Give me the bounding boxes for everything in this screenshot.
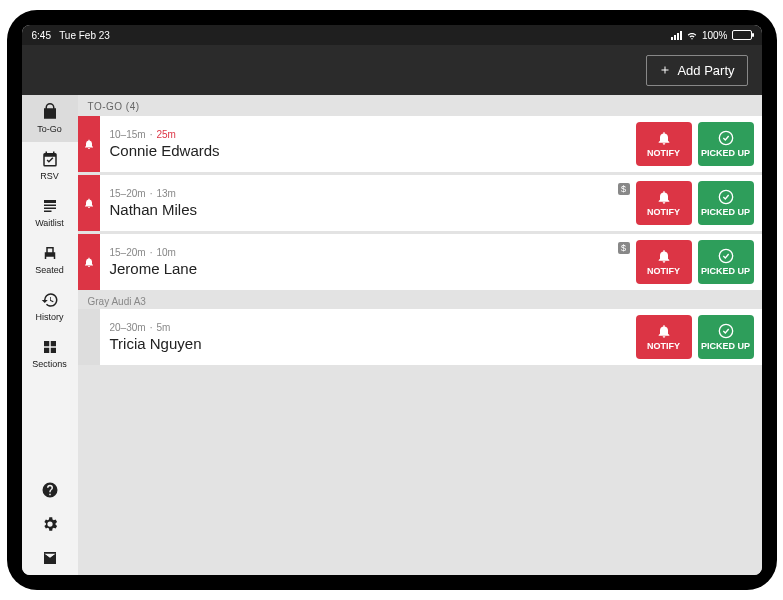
bell-icon bbox=[656, 189, 672, 205]
add-party-label: Add Party bbox=[677, 63, 734, 78]
sidebar-item-sections[interactable]: Sections bbox=[22, 330, 78, 377]
check-icon bbox=[718, 248, 734, 264]
check-icon bbox=[718, 130, 734, 146]
quote-time: 15–20m bbox=[110, 247, 146, 258]
list-section-header: TO-GO (4) bbox=[78, 95, 762, 116]
svg-point-0 bbox=[719, 131, 732, 144]
sidebar-item-label: RSV bbox=[40, 171, 59, 181]
guest-name: Jerome Lane bbox=[110, 260, 626, 277]
signal-icon bbox=[671, 30, 682, 40]
notify-button[interactable]: NOTIFY bbox=[636, 181, 692, 225]
wait-time: 25m bbox=[156, 129, 175, 140]
sidebar-item-label: History bbox=[35, 312, 63, 322]
list-row[interactable]: 20–30m·5mTricia NguyenNOTIFYPICKED UP bbox=[78, 309, 762, 365]
row-actions: NOTIFYPICKED UP bbox=[636, 309, 762, 365]
sidebar-item-waitlist[interactable]: Waitlist bbox=[22, 189, 78, 236]
separator: · bbox=[150, 188, 153, 199]
screen: 6:45 Tue Feb 23 100% Add Party bbox=[22, 25, 762, 575]
notify-button[interactable]: NOTIFY bbox=[636, 122, 692, 166]
picked-up-label: PICKED UP bbox=[701, 207, 750, 217]
bell-indicator bbox=[78, 234, 100, 290]
svg-point-2 bbox=[719, 249, 732, 262]
bell-icon bbox=[656, 248, 672, 264]
picked-up-button[interactable]: PICKED UP bbox=[698, 181, 754, 225]
mail-button[interactable] bbox=[41, 549, 59, 567]
guest-name: Tricia Nguyen bbox=[110, 335, 626, 352]
notify-label: NOTIFY bbox=[647, 341, 680, 351]
sidebar: To-Go RSV Waitlist bbox=[22, 95, 78, 575]
picked-up-button[interactable]: PICKED UP bbox=[698, 240, 754, 284]
bag-icon bbox=[41, 103, 59, 121]
row-body: 15–20m·10mJerome Lane$ bbox=[100, 234, 636, 290]
list-row[interactable]: 15–20m·13mNathan Miles$NOTIFYPICKED UP bbox=[78, 175, 762, 231]
status-bar: 6:45 Tue Feb 23 100% bbox=[22, 25, 762, 45]
blank-indicator bbox=[78, 309, 100, 365]
status-battery-pct: 100% bbox=[702, 30, 728, 41]
row-meta: 15–20m·13m bbox=[110, 188, 626, 199]
list-row[interactable]: 15–20m·10mJerome Lane$NOTIFYPICKED UP bbox=[78, 234, 762, 290]
row-actions: NOTIFYPICKED UP bbox=[636, 234, 762, 290]
svg-point-1 bbox=[719, 190, 732, 203]
wifi-icon bbox=[686, 29, 698, 41]
row-actions: NOTIFYPICKED UP bbox=[636, 116, 762, 172]
picked-up-label: PICKED UP bbox=[701, 266, 750, 276]
sidebar-item-seated[interactable]: Seated bbox=[22, 236, 78, 283]
bell-icon bbox=[656, 130, 672, 146]
row-meta: 10–15m·25m bbox=[110, 129, 626, 140]
main-list: TO-GO (4) 10–15m·25mConnie EdwardsNOTIFY… bbox=[78, 95, 762, 575]
wait-time: 10m bbox=[156, 247, 175, 258]
status-date: Tue Feb 23 bbox=[59, 30, 110, 41]
notify-label: NOTIFY bbox=[647, 266, 680, 276]
sidebar-item-label: To-Go bbox=[37, 124, 62, 134]
row-meta: 20–30m·5m bbox=[110, 322, 626, 333]
check-icon bbox=[718, 189, 734, 205]
check-icon bbox=[718, 323, 734, 339]
plus-icon bbox=[659, 64, 671, 76]
top-bar: Add Party bbox=[22, 45, 762, 95]
sidebar-item-label: Seated bbox=[35, 265, 64, 275]
payment-icon: $ bbox=[618, 183, 630, 195]
quote-time: 10–15m bbox=[110, 129, 146, 140]
guest-name: Nathan Miles bbox=[110, 201, 626, 218]
quote-time: 15–20m bbox=[110, 188, 146, 199]
list-icon bbox=[41, 197, 59, 215]
status-left: 6:45 Tue Feb 23 bbox=[32, 30, 110, 41]
calendar-check-icon bbox=[41, 150, 59, 168]
wait-time: 5m bbox=[156, 322, 170, 333]
svg-point-3 bbox=[719, 324, 732, 337]
picked-up-label: PICKED UP bbox=[701, 148, 750, 158]
row-actions: NOTIFYPICKED UP bbox=[636, 175, 762, 231]
bell-indicator bbox=[78, 116, 100, 172]
history-icon bbox=[41, 291, 59, 309]
sidebar-item-label: Sections bbox=[32, 359, 67, 369]
row-body: 15–20m·13mNathan Miles$ bbox=[100, 175, 636, 231]
list-row[interactable]: 10–15m·25mConnie EdwardsNOTIFYPICKED UP bbox=[78, 116, 762, 172]
add-party-button[interactable]: Add Party bbox=[646, 55, 747, 86]
sidebar-item-rsv[interactable]: RSV bbox=[22, 142, 78, 189]
notify-label: NOTIFY bbox=[647, 207, 680, 217]
wait-time: 13m bbox=[156, 188, 175, 199]
device-frame: 6:45 Tue Feb 23 100% Add Party bbox=[7, 10, 777, 590]
picked-up-button[interactable]: PICKED UP bbox=[698, 315, 754, 359]
notify-button[interactable]: NOTIFY bbox=[636, 315, 692, 359]
sidebar-item-history[interactable]: History bbox=[22, 283, 78, 330]
sidebar-item-label: Waitlist bbox=[35, 218, 64, 228]
notify-label: NOTIFY bbox=[647, 148, 680, 158]
quote-time: 20–30m bbox=[110, 322, 146, 333]
row-sub-header: Gray Audi A3 bbox=[78, 293, 762, 309]
grid-icon bbox=[41, 338, 59, 356]
row-body: 10–15m·25mConnie Edwards bbox=[100, 116, 636, 172]
battery-icon bbox=[732, 30, 752, 40]
separator: · bbox=[150, 322, 153, 333]
sidebar-item-togo[interactable]: To-Go bbox=[22, 95, 78, 142]
payment-icon: $ bbox=[618, 242, 630, 254]
bell-indicator bbox=[78, 175, 100, 231]
separator: · bbox=[150, 247, 153, 258]
status-right: 100% bbox=[671, 29, 752, 41]
settings-button[interactable] bbox=[41, 515, 59, 533]
content: To-Go RSV Waitlist bbox=[22, 95, 762, 575]
bell-icon bbox=[656, 323, 672, 339]
notify-button[interactable]: NOTIFY bbox=[636, 240, 692, 284]
picked-up-button[interactable]: PICKED UP bbox=[698, 122, 754, 166]
help-button[interactable] bbox=[41, 481, 59, 499]
